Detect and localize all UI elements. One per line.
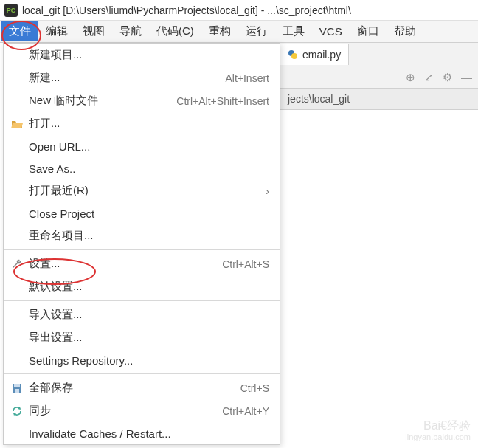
- editor-area: email.py ⊕ ⤢ ⚙ ― jects\local_git: [280, 43, 478, 448]
- watermark: Bai€经验 jingyan.baidu.com: [405, 418, 471, 442]
- save-icon: [10, 382, 24, 394]
- svg-point-4: [291, 53, 297, 59]
- menu-separator: [4, 249, 280, 250]
- tab-label: email.py: [302, 49, 341, 61]
- svg-rect-1: [14, 384, 20, 387]
- chevron-right-icon: ›: [266, 185, 269, 197]
- pycharm-icon: PC: [4, 4, 18, 17]
- menu-label: Save As..: [29, 162, 269, 175]
- menu-file[interactable]: 文件: [1, 21, 38, 41]
- sync-icon: [10, 405, 24, 417]
- menu-label: 默认设置...: [29, 280, 269, 294]
- menu-save-all[interactable]: 全部保存 Ctrl+S: [4, 376, 280, 399]
- menu-open-recent[interactable]: 打开最近(R) ›: [4, 179, 280, 202]
- menu-rename-project[interactable]: 重命名项目...: [4, 224, 280, 247]
- menu-refactor[interactable]: 重构: [201, 21, 238, 41]
- menu-edit[interactable]: 编辑: [38, 21, 75, 41]
- menu-separator: [4, 300, 280, 301]
- menu-new-project[interactable]: 新建项目...: [4, 44, 280, 66]
- menu-import-settings[interactable]: 导入设置...: [4, 303, 280, 326]
- target-icon[interactable]: ⊕: [406, 71, 415, 84]
- menu-shortcut: Ctrl+Alt+Shift+Insert: [176, 95, 269, 107]
- menu-label: 设置...: [29, 257, 222, 271]
- menu-separator: [4, 373, 280, 374]
- menu-window[interactable]: 窗口: [350, 21, 387, 41]
- menu-shortcut: Ctrl+S: [240, 382, 269, 394]
- gear-icon[interactable]: ⚙: [443, 71, 452, 84]
- watermark-url: jingyan.baidu.com: [405, 433, 471, 442]
- menu-label: 同步: [29, 404, 222, 418]
- svg-rect-2: [15, 389, 19, 393]
- tab-bar: email.py: [280, 43, 478, 66]
- menu-label: 导入设置...: [29, 308, 269, 322]
- menu-open[interactable]: 打开...: [4, 112, 280, 135]
- breadcrumb[interactable]: jects\local_git: [280, 89, 478, 110]
- file-dropdown: 新建项目... 新建... Alt+Insert New 临时文件 Ctrl+A…: [3, 43, 280, 445]
- editor-toolbar: ⊕ ⤢ ⚙ ―: [280, 66, 478, 89]
- folder-open-icon: [10, 118, 24, 130]
- menu-sync[interactable]: 同步 Ctrl+Alt+Y: [4, 399, 280, 422]
- menu-view[interactable]: 视图: [75, 21, 112, 41]
- menu-label: 重命名项目...: [29, 229, 269, 243]
- menu-label: 打开...: [29, 117, 269, 131]
- menu-close-project[interactable]: Close Project: [4, 202, 280, 224]
- menu-settings[interactable]: 设置... Ctrl+Alt+S: [4, 252, 280, 275]
- menu-navigate[interactable]: 导航: [112, 21, 149, 41]
- python-file-icon: [288, 49, 298, 60]
- menu-bar: 文件 编辑 视图 导航 代码(C) 重构 运行 工具 VCS 窗口 帮助: [0, 21, 478, 43]
- menu-label: Open URL...: [29, 140, 269, 153]
- watermark-brand: Bai€经验: [405, 418, 471, 433]
- title-bar: PC local_git [D:\Users\liumd\PycharmProj…: [0, 0, 478, 21]
- menu-label: Settings Repository...: [29, 354, 269, 367]
- menu-shortcut: Ctrl+Alt+S: [222, 258, 269, 270]
- menu-run[interactable]: 运行: [238, 21, 275, 41]
- menu-default-settings[interactable]: 默认设置...: [4, 275, 280, 298]
- menu-label: New 临时文件: [29, 94, 176, 108]
- menu-open-url[interactable]: Open URL...: [4, 135, 280, 157]
- menu-label: 全部保存: [29, 381, 240, 395]
- expand-icon[interactable]: ⤢: [424, 71, 434, 84]
- menu-shortcut: Ctrl+Alt+Y: [222, 405, 269, 417]
- tab-email[interactable]: email.py: [280, 44, 349, 65]
- window-title: local_git [D:\Users\liumd\PycharmProject…: [22, 4, 351, 16]
- menu-help[interactable]: 帮助: [387, 21, 423, 41]
- menu-settings-repo[interactable]: Settings Repository...: [4, 349, 280, 371]
- menu-export-settings[interactable]: 导出设置...: [4, 326, 280, 349]
- minimize-icon[interactable]: ―: [461, 71, 472, 83]
- menu-vcs[interactable]: VCS: [312, 22, 350, 41]
- menu-save-as[interactable]: Save As..: [4, 157, 280, 179]
- menu-new[interactable]: 新建... Alt+Insert: [4, 66, 280, 89]
- menu-label: 打开最近(R): [29, 184, 266, 198]
- menu-label: 导出设置...: [29, 331, 269, 345]
- menu-label: 新建项目...: [29, 48, 269, 62]
- menu-shortcut: Alt+Insert: [225, 72, 269, 84]
- menu-tools[interactable]: 工具: [275, 21, 312, 41]
- menu-label: 新建...: [29, 71, 225, 85]
- menu-code[interactable]: 代码(C): [149, 21, 201, 41]
- menu-new-scratch[interactable]: New 临时文件 Ctrl+Alt+Shift+Insert: [4, 89, 280, 112]
- menu-invalidate-caches[interactable]: Invalidate Caches / Restart...: [4, 422, 280, 444]
- wrench-icon: [10, 258, 24, 270]
- menu-label: Close Project: [29, 207, 269, 220]
- menu-label: Invalidate Caches / Restart...: [29, 427, 269, 440]
